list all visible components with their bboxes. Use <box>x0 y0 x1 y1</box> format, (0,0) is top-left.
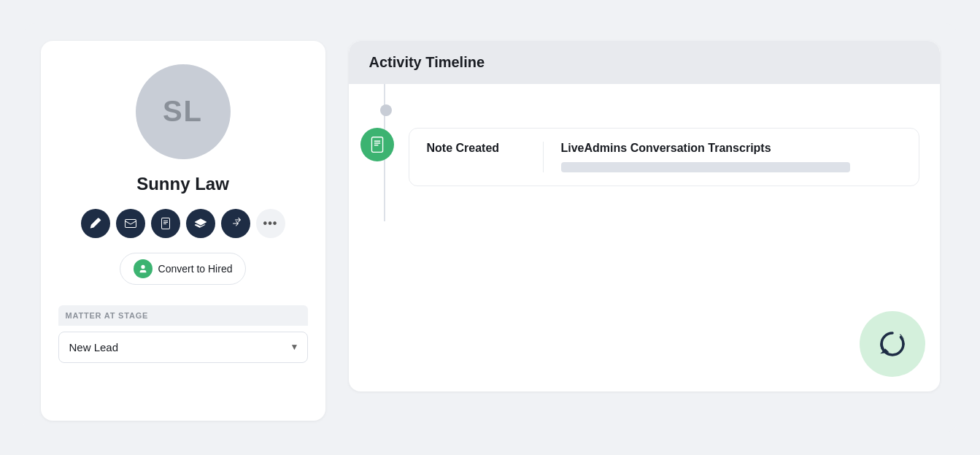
timeline-item-note: Note Created LiveAdmins Conversation Tra… <box>369 128 919 186</box>
contact-name: Sunny Law <box>136 174 229 194</box>
refresh-button[interactable] <box>860 311 925 377</box>
timeline-dot-empty <box>380 104 392 116</box>
matter-select[interactable]: New Lead Consultation Retained Hired <box>58 332 308 363</box>
edit-button[interactable] <box>81 209 110 238</box>
right-panel: Activity Timeline Note Created <box>349 41 940 391</box>
document-button[interactable] <box>151 209 180 238</box>
matter-label: MATTER AT STAGE <box>58 305 308 326</box>
avatar: SL <box>136 64 231 159</box>
more-button[interactable]: ••• <box>256 209 285 238</box>
forward-button[interactable] <box>221 209 250 238</box>
note-card-right: LiveAdmins Conversation Transcripts <box>561 142 901 172</box>
convert-icon <box>134 259 153 278</box>
transcript-bar <box>561 162 850 172</box>
transcript-title: LiveAdmins Conversation Transcripts <box>561 142 901 155</box>
more-icon: ••• <box>263 217 278 230</box>
timeline-header: Activity Timeline <box>349 41 940 84</box>
avatar-initials: SL <box>163 95 203 128</box>
layers-button[interactable] <box>186 209 215 238</box>
note-card: Note Created LiveAdmins Conversation Tra… <box>409 128 919 186</box>
timeline-title: Activity Timeline <box>369 54 485 70</box>
matter-select-wrapper: New Lead Consultation Retained Hired ▼ <box>58 332 308 363</box>
note-card-left: Note Created <box>427 142 544 172</box>
action-icons-row: ••• <box>81 209 285 238</box>
note-icon <box>360 128 394 161</box>
matter-section: MATTER AT STAGE New Lead Consultation Re… <box>58 305 308 363</box>
convert-to-hired-button[interactable]: Convert to Hired <box>120 253 247 285</box>
convert-button-label: Convert to Hired <box>158 263 233 275</box>
timeline-body: Note Created LiveAdmins Conversation Tra… <box>349 84 940 221</box>
email-button[interactable] <box>116 209 145 238</box>
refresh-icon <box>876 328 908 360</box>
timeline-item-empty <box>369 102 919 116</box>
main-container: SL Sunny Law <box>23 23 957 432</box>
note-created-label: Note Created <box>427 142 525 155</box>
left-panel: SL Sunny Law <box>41 41 325 421</box>
